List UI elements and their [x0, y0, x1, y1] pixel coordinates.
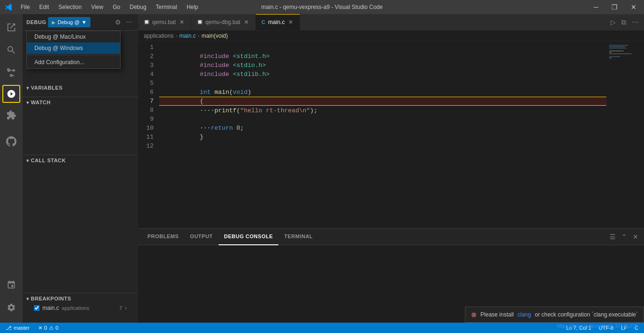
window-title: main.c - qemu-vexpress-a9 - Visual Studi… — [261, 4, 383, 10]
tab-main-c[interactable]: C main.c ✕ — [256, 14, 300, 30]
tab-label-main-c: main.c — [268, 19, 285, 25]
menu-selection[interactable]: Selection — [56, 3, 84, 11]
branch-name: master — [14, 325, 30, 331]
line-num-7: 7 — [138, 97, 154, 106]
titlebar-menu: File Edit Selection View Go Debug Termin… — [18, 3, 201, 11]
menu-go[interactable]: Go — [110, 3, 123, 11]
breakpoint-checkbox[interactable] — [34, 305, 40, 311]
menu-view[interactable]: View — [88, 3, 106, 11]
minimap-line-3 — [609, 48, 627, 49]
sidebar-item-search[interactable] — [0, 39, 23, 61]
breakpoints-header[interactable]: ▾ BREAKPOINTS — [23, 293, 138, 304]
status-errors[interactable]: ✕ 0 ⚠ 0 — [36, 325, 60, 331]
code-line-7: ····printf("hello rt-thread\n"); — [159, 97, 606, 106]
panel-tab-debug-console[interactable]: DEBUG CONSOLE — [219, 229, 279, 245]
run-debug-button[interactable]: ▷ — [609, 17, 618, 27]
debug-dropdown-menu: Debug @ Mac/Linux Debug @ Windows Add Co… — [26, 31, 121, 69]
code-content[interactable]: #include <stdint.h> #include <stdio.h> #… — [159, 41, 606, 228]
code-line-5: int main(void) — [159, 79, 606, 88]
tab-label-qemu-bat: qemu.bat — [152, 19, 176, 25]
more-actions-button[interactable]: ⋯ — [630, 17, 640, 27]
debug-more-icon[interactable]: ⋯ — [124, 17, 134, 27]
menu-edit[interactable]: Edit — [36, 3, 52, 11]
callstack-section: ▾ CALL STACK — [23, 155, 138, 166]
remote-icon[interactable] — [0, 274, 23, 296]
split-editor-button[interactable]: ⧉ — [620, 17, 628, 27]
tab-icon-qemu-bat: 🔲 — [144, 19, 149, 25]
debug-config-icons: ⚙ ⋯ — [113, 17, 134, 27]
sidebar-item-extensions[interactable] — [0, 104, 23, 126]
toast-text-before: Please install — [481, 311, 514, 318]
watch-section: ▾ WATCH — [23, 97, 138, 108]
sidebar-item-debug[interactable] — [2, 85, 20, 103]
settings-icon[interactable] — [0, 296, 23, 319]
tab-close-qemu-bat[interactable]: ✕ — [179, 19, 185, 25]
debug-config-button[interactable]: ▶ Debug @ ▼ — [48, 17, 90, 27]
close-button[interactable]: ✕ — [628, 2, 639, 12]
tab-close-qemu-dbg-bat[interactable]: ✕ — [243, 19, 250, 25]
maximize-button[interactable]: ❐ — [609, 2, 620, 12]
line-num-2: 2 — [138, 52, 154, 61]
breadcrumb-sep-1: › — [175, 33, 177, 39]
panel-tab-problems[interactable]: PROBLEMS — [142, 229, 184, 245]
tab-qemu-bat[interactable]: 🔲 qemu.bat ✕ — [138, 14, 191, 30]
breadcrumb-applications[interactable]: applications — [144, 33, 173, 39]
callstack-chevron: ▾ — [26, 158, 29, 163]
activity-bar-bottom — [0, 274, 23, 319]
tab-qemu-dbg-bat[interactable]: 🔲 qemu-dbg.bat ✕ — [191, 14, 256, 30]
dropdown-item-add-config[interactable]: Add Configuration... — [27, 56, 120, 68]
minimap-line-1 — [609, 45, 628, 46]
dropdown-item-mac-linux[interactable]: Debug @ Mac/Linux — [27, 31, 120, 42]
sidebar: DEBUG ▶ Debug @ ▼ ⚙ ⋯ Debug @ Mac/Linux … — [23, 14, 138, 323]
panel-tab-output[interactable]: OUTPUT — [184, 229, 218, 245]
status-branch[interactable]: ⎇ master — [4, 325, 32, 331]
minimap-line-7 — [609, 53, 632, 54]
sidebar-item-github[interactable] — [0, 130, 23, 153]
minimap-line-10 — [609, 58, 611, 58]
status-left: ⎇ master ✕ 0 ⚠ 0 — [4, 325, 60, 331]
menu-debug[interactable]: Debug — [127, 3, 149, 11]
breadcrumb-main-c[interactable]: main.c — [179, 33, 196, 39]
minimap-line-9 — [609, 56, 620, 57]
panel-tab-terminal[interactable]: TERMINAL — [278, 229, 318, 245]
toast-clang-link[interactable]: clang — [518, 311, 531, 318]
minimap-line-5 — [609, 50, 624, 51]
dropdown-item-windows[interactable]: Debug @ Windows — [27, 42, 120, 54]
code-line-10: } — [159, 124, 606, 133]
menu-terminal[interactable]: Terminal — [153, 3, 180, 11]
variables-header[interactable]: ▾ VARIABLES — [23, 83, 138, 93]
callstack-header[interactable]: ▾ CALL STACK — [23, 155, 138, 166]
line-num-5: 5 — [138, 79, 154, 88]
minimize-button[interactable]: ─ — [591, 2, 601, 12]
panel-scroll-up-icon[interactable]: ⌃ — [620, 232, 629, 241]
line-num-10: 10 — [138, 124, 154, 133]
line-num-4: 4 — [138, 70, 154, 79]
sidebar-item-explorer[interactable] — [0, 16, 23, 39]
window-controls: ─ ❐ ✕ — [591, 2, 639, 12]
sidebar-item-source-control[interactable] — [0, 61, 23, 84]
line-num-3: 3 — [138, 61, 154, 70]
line-num-6: 6 — [138, 88, 154, 97]
variables-label: VARIABLES — [31, 85, 63, 91]
panel-clear-icon[interactable]: ☰ — [608, 232, 618, 241]
toast-url: https://blog.csdn.net/m0_37621078 — [551, 322, 644, 330]
line-num-1: 1 — [138, 43, 154, 52]
breakpoint-location: applications — [62, 305, 89, 311]
titlebar-left: File Edit Selection View Go Debug Termin… — [5, 3, 201, 11]
menu-help[interactable]: Help — [184, 3, 201, 11]
panel-close-icon[interactable]: ✕ — [631, 232, 640, 241]
watch-label: WATCH — [31, 100, 51, 105]
breadcrumb-main-func[interactable]: main(void) — [202, 33, 228, 39]
debug-settings-icon[interactable]: ⚙ — [113, 17, 123, 27]
panel-tabs: PROBLEMS OUTPUT DEBUG CONSOLE TERMINAL ☰… — [138, 229, 644, 245]
breadcrumb-sep-2: › — [198, 33, 200, 39]
watch-header[interactable]: ▾ WATCH — [23, 97, 138, 108]
menu-file[interactable]: File — [18, 3, 33, 11]
code-editor[interactable]: 1 2 3 4 5 6 7 8 9 10 11 12 #inc — [138, 41, 644, 228]
code-line-2: #include <stdio.h> — [159, 52, 606, 61]
breakpoint-expand[interactable]: › — [125, 305, 127, 311]
dropdown-divider — [27, 55, 120, 55]
minimap-line-6 — [609, 52, 611, 53]
tab-close-main-c[interactable]: ✕ — [287, 19, 294, 25]
code-line-6: { — [159, 88, 606, 97]
